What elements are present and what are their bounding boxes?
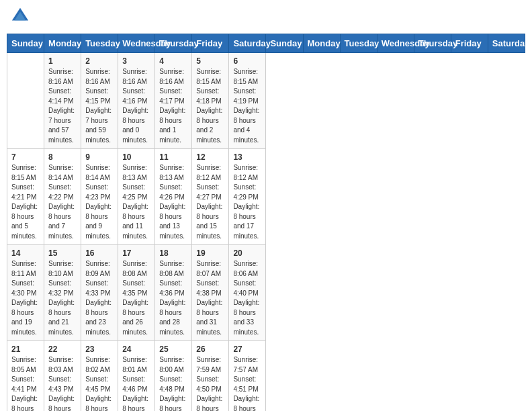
calendar-cell: 27Sunrise: 7:57 AMSunset: 4:51 PMDayligh… bbox=[229, 341, 266, 412]
day-number: 9 bbox=[85, 152, 114, 162]
day-info: Sunrise: 8:16 AMSunset: 4:16 PMDaylight:… bbox=[122, 67, 150, 145]
calendar-cell: 8Sunrise: 8:14 AMSunset: 4:22 PMDaylight… bbox=[44, 149, 81, 245]
header-thursday: Thursday bbox=[155, 34, 192, 53]
logo-icon bbox=[11, 7, 30, 26]
day-number: 15 bbox=[48, 248, 77, 258]
calendar-cell: 12Sunrise: 8:12 AMSunset: 4:27 PMDayligh… bbox=[192, 149, 229, 245]
calendar-cell: 23Sunrise: 8:02 AMSunset: 4:45 PMDayligh… bbox=[81, 341, 118, 412]
day-info: Sunrise: 7:59 AMSunset: 4:50 PMDaylight:… bbox=[196, 355, 224, 411]
calendar-cell: 4Sunrise: 8:16 AMSunset: 4:17 PMDaylight… bbox=[155, 53, 192, 149]
day-number: 20 bbox=[233, 248, 261, 258]
day-info: Sunrise: 7:57 AMSunset: 4:51 PMDaylight:… bbox=[233, 355, 261, 411]
calendar-cell: 1Sunrise: 8:16 AMSunset: 4:14 PMDaylight… bbox=[44, 53, 81, 149]
day-number: 8 bbox=[48, 152, 77, 162]
day-number: 19 bbox=[196, 248, 224, 258]
col-header-sunday: Sunday bbox=[266, 34, 303, 53]
calendar-cell: 19Sunrise: 8:07 AMSunset: 4:38 PMDayligh… bbox=[192, 245, 229, 341]
day-number: 12 bbox=[196, 152, 224, 162]
day-number: 1 bbox=[48, 56, 77, 66]
day-number: 22 bbox=[48, 345, 77, 354]
day-number: 21 bbox=[11, 345, 40, 354]
day-info: Sunrise: 8:16 AMSunset: 4:14 PMDaylight:… bbox=[48, 67, 77, 145]
calendar-cell bbox=[7, 53, 44, 149]
day-info: Sunrise: 8:03 AMSunset: 4:43 PMDaylight:… bbox=[48, 355, 77, 411]
calendar-cell: 24Sunrise: 8:01 AMSunset: 4:46 PMDayligh… bbox=[118, 341, 155, 412]
day-info: Sunrise: 8:07 AMSunset: 4:38 PMDaylight:… bbox=[196, 259, 224, 337]
day-number: 16 bbox=[85, 248, 114, 258]
calendar-week-row: 7Sunrise: 8:15 AMSunset: 4:21 PMDaylight… bbox=[7, 149, 525, 245]
calendar-cell: 16Sunrise: 8:09 AMSunset: 4:33 PMDayligh… bbox=[81, 245, 118, 341]
day-number: 3 bbox=[122, 56, 150, 66]
page-header bbox=[7, 7, 525, 28]
calendar-cell: 20Sunrise: 8:06 AMSunset: 4:40 PMDayligh… bbox=[229, 245, 266, 341]
day-number: 26 bbox=[196, 345, 224, 354]
day-info: Sunrise: 8:12 AMSunset: 4:27 PMDaylight:… bbox=[196, 163, 224, 241]
col-header-saturday: Saturday bbox=[488, 34, 525, 53]
day-info: Sunrise: 8:13 AMSunset: 4:26 PMDaylight:… bbox=[159, 163, 187, 241]
day-number: 25 bbox=[159, 345, 187, 354]
col-header-thursday: Thursday bbox=[414, 34, 451, 53]
col-header-tuesday: Tuesday bbox=[340, 34, 377, 53]
logo bbox=[9, 7, 30, 28]
col-header-friday: Friday bbox=[451, 34, 488, 53]
calendar-cell: 14Sunrise: 8:11 AMSunset: 4:30 PMDayligh… bbox=[7, 245, 44, 341]
day-number: 4 bbox=[159, 56, 187, 66]
calendar-week-row: 1Sunrise: 8:16 AMSunset: 4:14 PMDaylight… bbox=[7, 53, 525, 149]
day-info: Sunrise: 8:16 AMSunset: 4:15 PMDaylight:… bbox=[85, 67, 114, 145]
header-friday: Friday bbox=[192, 34, 229, 53]
day-info: Sunrise: 8:02 AMSunset: 4:45 PMDaylight:… bbox=[85, 355, 114, 411]
day-number: 23 bbox=[85, 345, 114, 354]
day-info: Sunrise: 8:01 AMSunset: 4:46 PMDaylight:… bbox=[122, 355, 150, 411]
day-number: 13 bbox=[233, 152, 261, 162]
calendar-cell: 2Sunrise: 8:16 AMSunset: 4:15 PMDaylight… bbox=[81, 53, 118, 149]
day-number: 11 bbox=[159, 152, 187, 162]
day-number: 7 bbox=[11, 152, 40, 162]
calendar-cell: 15Sunrise: 8:10 AMSunset: 4:32 PMDayligh… bbox=[44, 245, 81, 341]
col-header-monday: Monday bbox=[303, 34, 340, 53]
day-info: Sunrise: 8:06 AMSunset: 4:40 PMDaylight:… bbox=[233, 259, 261, 337]
day-info: Sunrise: 8:15 AMSunset: 4:21 PMDaylight:… bbox=[11, 163, 40, 241]
day-number: 2 bbox=[85, 56, 114, 66]
day-info: Sunrise: 8:12 AMSunset: 4:29 PMDaylight:… bbox=[233, 163, 261, 241]
col-header-wednesday: Wednesday bbox=[377, 34, 414, 53]
header-monday: Monday bbox=[44, 34, 81, 53]
calendar-cell: 7Sunrise: 8:15 AMSunset: 4:21 PMDaylight… bbox=[7, 149, 44, 245]
day-info: Sunrise: 8:00 AMSunset: 4:48 PMDaylight:… bbox=[159, 355, 187, 411]
day-info: Sunrise: 8:14 AMSunset: 4:22 PMDaylight:… bbox=[48, 163, 77, 241]
day-number: 17 bbox=[122, 248, 150, 258]
day-number: 27 bbox=[233, 345, 261, 354]
day-number: 14 bbox=[11, 248, 40, 258]
calendar-cell: 25Sunrise: 8:00 AMSunset: 4:48 PMDayligh… bbox=[155, 341, 192, 412]
day-number: 6 bbox=[233, 56, 261, 66]
day-info: Sunrise: 8:13 AMSunset: 4:25 PMDaylight:… bbox=[122, 163, 150, 241]
calendar-cell: 13Sunrise: 8:12 AMSunset: 4:29 PMDayligh… bbox=[229, 149, 266, 245]
day-number: 10 bbox=[122, 152, 150, 162]
calendar-cell: 22Sunrise: 8:03 AMSunset: 4:43 PMDayligh… bbox=[44, 341, 81, 412]
calendar-cell: 21Sunrise: 8:05 AMSunset: 4:41 PMDayligh… bbox=[7, 341, 44, 412]
header-saturday: Saturday bbox=[229, 34, 266, 53]
calendar-cell: 11Sunrise: 8:13 AMSunset: 4:26 PMDayligh… bbox=[155, 149, 192, 245]
day-info: Sunrise: 8:15 AMSunset: 4:18 PMDaylight:… bbox=[196, 67, 224, 145]
calendar-cell: 5Sunrise: 8:15 AMSunset: 4:18 PMDaylight… bbox=[192, 53, 229, 149]
day-info: Sunrise: 8:10 AMSunset: 4:32 PMDaylight:… bbox=[48, 259, 77, 337]
day-info: Sunrise: 8:08 AMSunset: 4:36 PMDaylight:… bbox=[159, 259, 187, 337]
day-info: Sunrise: 8:08 AMSunset: 4:35 PMDaylight:… bbox=[122, 259, 150, 337]
calendar-cell: 18Sunrise: 8:08 AMSunset: 4:36 PMDayligh… bbox=[155, 245, 192, 341]
day-info: Sunrise: 8:15 AMSunset: 4:19 PMDaylight:… bbox=[233, 67, 261, 145]
calendar-cell: 10Sunrise: 8:13 AMSunset: 4:25 PMDayligh… bbox=[118, 149, 155, 245]
calendar-cell: 26Sunrise: 7:59 AMSunset: 4:50 PMDayligh… bbox=[192, 341, 229, 412]
day-info: Sunrise: 8:05 AMSunset: 4:41 PMDaylight:… bbox=[11, 355, 40, 411]
calendar-header-row: SundayMondayTuesdayWednesdayThursdayFrid… bbox=[7, 34, 525, 53]
day-info: Sunrise: 8:11 AMSunset: 4:30 PMDaylight:… bbox=[11, 259, 40, 337]
calendar-week-row: 14Sunrise: 8:11 AMSunset: 4:30 PMDayligh… bbox=[7, 245, 525, 341]
header-tuesday: Tuesday bbox=[81, 34, 118, 53]
day-number: 5 bbox=[196, 56, 224, 66]
day-number: 18 bbox=[159, 248, 187, 258]
day-info: Sunrise: 8:09 AMSunset: 4:33 PMDaylight:… bbox=[85, 259, 114, 337]
calendar-cell: 3Sunrise: 8:16 AMSunset: 4:16 PMDaylight… bbox=[118, 53, 155, 149]
calendar-cell: 17Sunrise: 8:08 AMSunset: 4:35 PMDayligh… bbox=[118, 245, 155, 341]
header-sunday: Sunday bbox=[7, 34, 44, 53]
header-wednesday: Wednesday bbox=[118, 34, 155, 53]
calendar-table: SundayMondayTuesdayWednesdayThursdayFrid… bbox=[7, 34, 525, 411]
calendar-cell: 9Sunrise: 8:14 AMSunset: 4:23 PMDaylight… bbox=[81, 149, 118, 245]
